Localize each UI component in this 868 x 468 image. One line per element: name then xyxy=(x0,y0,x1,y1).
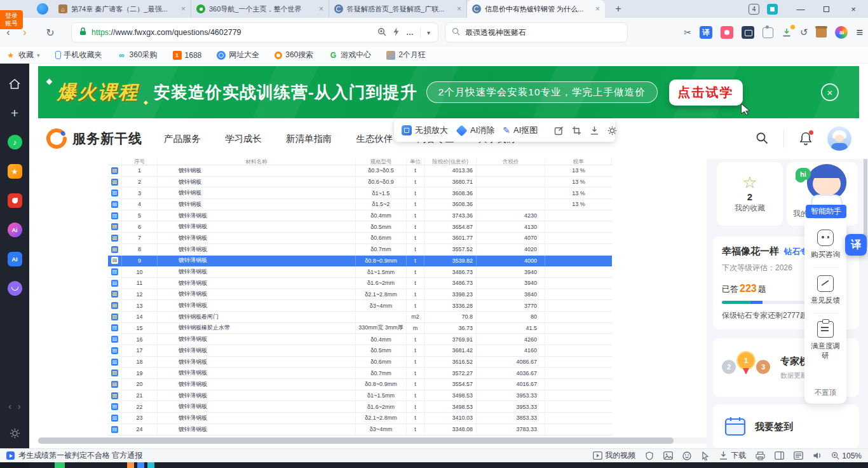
download-image-icon[interactable] xyxy=(590,126,599,135)
purple-app-icon[interactable] xyxy=(8,281,22,296)
ai-gradient-app-icon[interactable]: Ai xyxy=(8,223,22,237)
new-tab-button[interactable]: + xyxy=(610,1,627,17)
browser-tab[interactable]: 第74章 秦广请客（二）_最强...× xyxy=(53,0,191,18)
table-row[interactable]: 6镀锌薄钢板δ0.5mmt3654.874130 xyxy=(108,221,612,233)
more-options-icon[interactable]: … xyxy=(406,28,414,37)
restore-session-icon[interactable]: ↺ xyxy=(800,27,808,38)
bookmark-item[interactable]: 2个月狂 xyxy=(386,50,426,60)
assistant-action[interactable]: 满意度调研 xyxy=(809,321,842,361)
assistant-action[interactable]: 意见反馈 xyxy=(809,275,842,305)
banner-close-icon[interactable]: × xyxy=(821,83,839,101)
refresh-button[interactable]: ↻ xyxy=(42,27,58,39)
table-row[interactable]: 11镀锌薄钢板δ1.6~2mmt3486.733940 xyxy=(108,278,612,289)
tab-close-icon[interactable]: × xyxy=(457,4,461,13)
speaker-icon[interactable] xyxy=(813,451,822,460)
ai-blue-app-icon[interactable]: AI xyxy=(8,252,22,266)
crop-icon[interactable] xyxy=(572,126,581,135)
dock-forward-icon[interactable]: › xyxy=(18,401,21,411)
settings-gear-icon[interactable] xyxy=(8,426,22,441)
tab-close-icon[interactable]: × xyxy=(181,4,186,13)
zoom-level-control[interactable]: 105% xyxy=(831,451,862,460)
browser-logo-icon[interactable] xyxy=(37,3,48,15)
bookmark-item[interactable]: 360搜索 xyxy=(275,50,313,60)
favorites-app-icon[interactable]: ★ xyxy=(8,164,22,179)
app-box-icon[interactable] xyxy=(816,28,827,38)
bookmark-item[interactable]: 网址大全 xyxy=(217,50,259,60)
dock-back-icon[interactable]: ‹ xyxy=(8,401,11,411)
table-row[interactable]: 15镀锌钢板橡胶止水带330mm宽 3mm厚m36.7341.5 xyxy=(108,323,612,334)
image-mode-icon[interactable] xyxy=(663,451,673,460)
browser-search-box[interactable]: 最强透视神医赌石 xyxy=(445,22,628,43)
translate-icon[interactable]: 译 xyxy=(700,26,712,39)
address-bar[interactable]: https://www.fwxgx.com/questions/4602779 … xyxy=(71,22,438,43)
wallet-extension-icon[interactable] xyxy=(721,26,733,39)
browser-tab[interactable]: 信息价中有热镀锌钢管 为什么...× xyxy=(467,0,605,18)
bookmark-item[interactable]: 手机收藏夹 xyxy=(55,50,102,60)
table-row[interactable]: 24镀锌薄钢板δ3~4mmt3348.083783.33 xyxy=(108,424,612,436)
table-row[interactable]: 3镀锌钢板δ1~1.5t3608.3613 % xyxy=(108,188,612,199)
promo-banner[interactable]: 爆火课程 安装造价实战训练营-从入门到提升 2个月快速学会安装10专业，学完上手… xyxy=(38,66,859,118)
table-row[interactable]: 9镀锌薄钢板δ0.8~0.9mmt3539.824000 xyxy=(108,256,612,267)
table-row[interactable]: 16镀锌薄钢板δ0.4mmt3769.914260 xyxy=(108,334,612,345)
tool-settings-gear-icon[interactable] xyxy=(607,126,617,135)
table-row[interactable]: 12镀锌薄钢板δ2.1~2.8mmt3398.233840 xyxy=(108,289,612,301)
speed-mode-icon[interactable] xyxy=(393,27,400,38)
my-videos-button[interactable]: 我的视频 xyxy=(593,450,635,461)
assistant-tag[interactable]: 智能助手 xyxy=(806,205,846,218)
table-row[interactable]: 22镀锌薄钢板δ1.6~2mmt3498.533953.33 xyxy=(108,401,612,413)
taskbar-app-icon[interactable] xyxy=(55,462,65,468)
side-panel-icon[interactable] xyxy=(775,451,784,460)
dropdown-caret-icon[interactable]: ▾ xyxy=(427,29,430,36)
download-manager-button[interactable]: 下载 xyxy=(719,450,746,461)
bookmark-item[interactable]: 11688 xyxy=(173,51,202,60)
nav-item[interactable]: 生态伙伴 xyxy=(356,133,393,145)
table-row[interactable]: 18镀锌薄钢板δ0.6mmt3616.524086.67 xyxy=(108,357,612,368)
minimize-button[interactable]: — xyxy=(788,0,813,18)
table-row[interactable]: 7镀锌薄钢板δ0.6mmt3601.774070 xyxy=(108,233,612,244)
menu-hamburger-icon[interactable]: ≡ xyxy=(856,26,863,39)
user-avatar[interactable] xyxy=(827,127,851,151)
maximize-button[interactable] xyxy=(813,0,839,18)
table-row[interactable]: 13镀锌薄钢板δ3~4mmt3336.283770 xyxy=(108,300,612,312)
image-tool-item[interactable]: 无损放大 xyxy=(402,125,448,136)
login-account-badge[interactable]: 登录账号 xyxy=(0,10,23,29)
signin-card[interactable]: 我要签到 xyxy=(713,404,859,448)
taskbar-app-icon[interactable] xyxy=(137,462,144,468)
nav-item[interactable]: 学习成长 xyxy=(225,133,262,145)
bookmark-item[interactable]: G游戏中心 xyxy=(329,50,371,60)
home-icon[interactable] xyxy=(8,76,22,91)
emoji-icon[interactable] xyxy=(682,451,691,460)
extensions-puzzle-icon[interactable] xyxy=(763,27,773,38)
security-shield-icon[interactable] xyxy=(645,451,654,460)
bookmark-item[interactable]: ∞360采购 xyxy=(118,50,158,60)
table-row[interactable]: 10镀锌薄钢板δ1~1.5mmt3486.733940 xyxy=(108,266,612,278)
table-row[interactable]: 21镀锌薄钢板δ1~1.5mmt3498.533953.33 xyxy=(108,390,612,402)
browser-tab[interactable]: 360导航_一个主页，整个世界× xyxy=(191,0,329,18)
table-row[interactable]: 20镀锌薄钢板δ0.8~0.9mmt3554.574016.67 xyxy=(108,379,612,390)
nav-item[interactable]: 新清单指南 xyxy=(286,133,332,145)
news-ticker[interactable]: 考生成绩第一被判定不合格 官方通报 xyxy=(6,450,142,461)
browser-tab[interactable]: 答疑解惑首页_答疑解惑_广联...× xyxy=(329,0,467,18)
banner-cta-button[interactable]: 点击试学 xyxy=(669,79,743,106)
translate-float-button[interactable]: 译 xyxy=(845,234,867,256)
table-row[interactable]: 5镀锌薄钢板δ0.4mmt3743.364230 xyxy=(108,210,612,222)
red-app-icon[interactable] xyxy=(8,193,22,208)
tab-close-icon[interactable]: × xyxy=(595,4,600,13)
bookmark-item[interactable]: ★收藏▾ xyxy=(6,50,40,60)
mobile-sync-icon[interactable] xyxy=(767,4,778,15)
notification-bell-icon[interactable] xyxy=(799,132,812,146)
site-logo[interactable]: 服务新干线 xyxy=(46,128,142,149)
assistant-action[interactable]: 购买咨询 xyxy=(809,230,842,259)
printer-icon[interactable] xyxy=(756,451,765,460)
site-search-icon[interactable] xyxy=(756,132,768,146)
table-row[interactable]: 19镀锌薄钢板δ0.7mmt3572.274036.67 xyxy=(108,368,612,379)
music-app-icon[interactable]: ♪ xyxy=(8,135,22,149)
table-row[interactable]: 14镀锌钢板卷闸门m270.880 xyxy=(108,312,612,323)
downloads-icon[interactable] xyxy=(782,27,792,38)
tab-close-icon[interactable]: × xyxy=(319,4,323,13)
table-row[interactable]: 8镀锌薄钢板δ0.7mmt3557.524020 xyxy=(108,244,612,256)
ai-assistant-icon[interactable]: ai xyxy=(835,26,848,39)
unpin-button[interactable]: 不置顶 xyxy=(815,388,837,397)
taskbar-app-icon[interactable] xyxy=(147,462,154,468)
pointer-icon[interactable] xyxy=(701,451,709,460)
